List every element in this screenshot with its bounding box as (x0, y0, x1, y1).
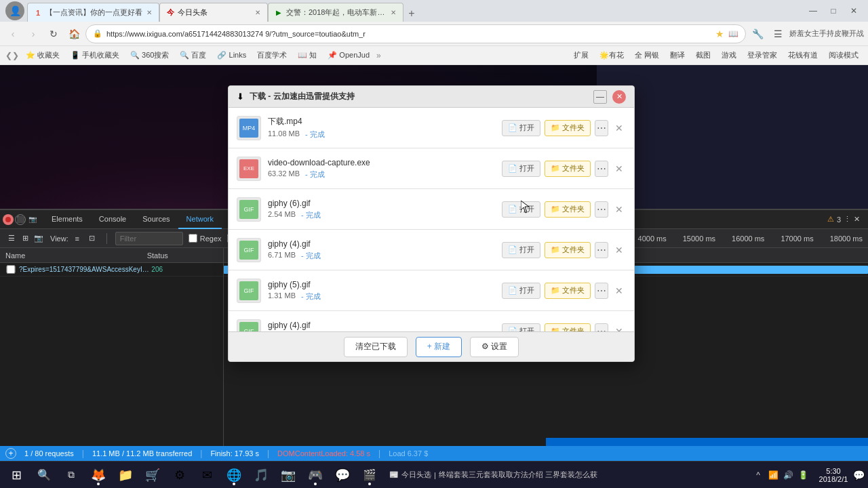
bookmark-translate[interactable]: 翻译 (666, 49, 689, 62)
rows-view[interactable]: ≡ (71, 232, 83, 245)
dl-open-btn-4[interactable]: 📄 打开 (502, 242, 540, 258)
forward-button[interactable]: › (24, 25, 42, 43)
tab-sources[interactable]: Sources (134, 210, 178, 229)
taskbar-mail[interactable]: ✉ (194, 463, 220, 487)
taskbar-app1[interactable]: 🎵 (248, 463, 274, 487)
bookmarks-chevron[interactable]: ❮❯ (5, 51, 19, 60)
group-view[interactable]: ⊡ (86, 232, 98, 245)
new-download-button[interactable]: + 新建 (416, 337, 462, 357)
bookmarks-more[interactable]: » (376, 51, 381, 60)
taskbar-edge[interactable]: 🌐 (221, 463, 247, 487)
bookmark-spend[interactable]: 花钱有道 (784, 49, 822, 62)
taskbar-app3[interactable]: 🎮 (302, 463, 328, 487)
bookmark-login[interactable]: 登录管家 (743, 49, 781, 62)
network-filter-input[interactable] (115, 232, 183, 245)
tab-close-2[interactable]: ✕ (254, 8, 262, 17)
tray-network[interactable]: 📶 (766, 468, 780, 482)
dl-delete-btn-6[interactable]: ✕ (612, 325, 626, 332)
dl-folder-btn-6[interactable]: 📁 文件夹 (545, 323, 591, 332)
taskbar-cortana[interactable]: 🔍 (31, 463, 57, 487)
tab-video[interactable]: ▶ 交警：2018年起，电动车新规… ✕ (268, 3, 403, 22)
bookmark-links[interactable]: 🔗 Links (213, 49, 250, 61)
bookmark-reader[interactable]: 阅读模式 (825, 49, 863, 62)
dialog-minimize-button[interactable]: — (593, 90, 607, 104)
profile-avatar[interactable]: 👤 (5, 1, 24, 20)
bookmark-zhihu[interactable]: 📖 知 (294, 49, 321, 62)
tab-console[interactable]: Console (91, 210, 134, 229)
address-bar[interactable]: 🔒 https://www.ixigua.com/a65171442488301… (85, 24, 746, 43)
devtools-stop-btn[interactable]: ⬛ (15, 214, 26, 225)
tray-battery[interactable]: 🔋 (796, 468, 810, 482)
tab-toutiao[interactable]: 今 今日头条 ✕ (159, 3, 268, 22)
dl-open-btn-2[interactable]: 📄 打开 (502, 161, 540, 177)
bookmark-openjud[interactable]: 📌 OpenJud (323, 49, 374, 61)
settings-button-dialog[interactable]: ⚙ 设置 (470, 337, 519, 357)
taskbar-store[interactable]: 🛒 (140, 463, 165, 487)
row-checkbox[interactable] (5, 265, 16, 274)
new-tab-button[interactable]: + (403, 5, 420, 22)
start-button[interactable]: ⊞ (3, 462, 30, 489)
dl-open-btn-5[interactable]: 📄 打开 (502, 283, 540, 299)
regex-checkbox[interactable] (189, 234, 197, 243)
tab-yidian[interactable]: 1 【一点资讯】你的一点更好看 ✕ (27, 3, 159, 22)
dl-folder-btn-3[interactable]: 📁 文件夹 (545, 201, 591, 218)
bookmark-favorites[interactable]: ⭐ 收藏夹 (22, 49, 64, 62)
camera-view-btn[interactable]: 📷 (33, 232, 45, 245)
settings-button[interactable]: ☰ (769, 25, 787, 43)
close-button[interactable]: ✕ (845, 3, 863, 18)
tray-chevron[interactable]: ^ (751, 468, 765, 482)
list-view-btn[interactable]: ☰ (5, 232, 18, 245)
tab-network[interactable]: Network (178, 210, 222, 229)
dl-more-btn-3[interactable]: ⋯ (595, 201, 608, 218)
dl-more-btn-1[interactable]: ⋯ (595, 120, 608, 136)
bookmark-baidu-scholar[interactable]: 百度学术 (253, 49, 291, 62)
network-row[interactable]: ?Expires=1517437799&AWSAccessKeyId=qh0h…… (0, 263, 223, 277)
extensions-button[interactable]: 🔧 (749, 25, 766, 43)
dialog-close-button[interactable]: ✕ (612, 90, 626, 104)
taskbar-app5[interactable]: 🎬 (357, 463, 382, 487)
devtools-close-icon[interactable]: ✕ (854, 215, 860, 224)
dl-open-btn-3[interactable]: 📄 打开 (502, 201, 540, 218)
home-button[interactable]: 🏠 (65, 25, 83, 43)
bookmark-netbank[interactable]: 全 网银 (631, 49, 663, 62)
bookmark-360[interactable]: 🔍 360搜索 (126, 49, 173, 62)
tab-close-1[interactable]: ✕ (145, 8, 153, 17)
devtools-camera-btn[interactable]: 📷 (27, 214, 38, 225)
minimize-button[interactable]: — (804, 3, 822, 18)
taskbar-firefox[interactable]: 🦊 (85, 463, 111, 487)
dl-more-btn-5[interactable]: ⋯ (595, 283, 608, 299)
bookmark-flower[interactable]: 🌟有花 (595, 49, 628, 62)
add-icon[interactable]: + (5, 448, 16, 459)
bookmark-screenshot[interactable]: 截图 (692, 49, 715, 62)
reader-mode-icon[interactable]: 📖 (728, 29, 738, 39)
dl-delete-btn-5[interactable]: ✕ (612, 284, 626, 298)
dl-delete-btn-3[interactable]: ✕ (612, 203, 626, 216)
devtools-record-btn[interactable] (3, 214, 14, 225)
taskbar-app4[interactable]: 💬 (330, 463, 355, 487)
taskbar-task-view[interactable]: ⧉ (58, 463, 84, 487)
tab-close-3[interactable]: ✕ (389, 8, 397, 17)
dl-folder-btn-5[interactable]: 📁 文件夹 (545, 283, 591, 299)
bookmark-games[interactable]: 游戏 (717, 49, 741, 62)
dl-more-btn-2[interactable]: ⋯ (595, 161, 608, 177)
dl-delete-btn-1[interactable]: ✕ (612, 121, 626, 135)
dl-delete-btn-2[interactable]: ✕ (612, 162, 626, 176)
notifications-icon[interactable]: 💬 (852, 468, 865, 482)
taskbar-settings[interactable]: ⚙ (167, 463, 193, 487)
devtools-more-icon[interactable]: ⋮ (844, 215, 851, 224)
bookmark-mobile[interactable]: 📱 手机收藏夹 (66, 49, 123, 62)
bookmark-extension[interactable]: 扩展 (570, 49, 593, 62)
dl-more-btn-4[interactable]: ⋯ (595, 242, 608, 258)
dl-folder-btn-2[interactable]: 📁 文件夹 (545, 161, 591, 177)
taskbar-clock[interactable]: 5:30 2018/2/1 (816, 467, 850, 483)
dots-view-btn[interactable]: ⊞ (19, 232, 31, 245)
taskbar-explorer[interactable]: 📁 (113, 463, 138, 487)
dl-delete-btn-4[interactable]: ✕ (612, 243, 626, 257)
tray-sound[interactable]: 🔊 (781, 468, 795, 482)
tab-elements[interactable]: Elements (43, 210, 91, 229)
dl-more-btn-6[interactable]: ⋯ (595, 323, 608, 332)
dl-open-btn-1[interactable]: 📄 打开 (502, 120, 540, 136)
dl-open-btn-6[interactable]: 📄 打开 (502, 323, 540, 332)
dl-folder-btn-4[interactable]: 📁 文件夹 (545, 242, 591, 258)
bookmark-star-icon[interactable]: ★ (715, 28, 724, 39)
